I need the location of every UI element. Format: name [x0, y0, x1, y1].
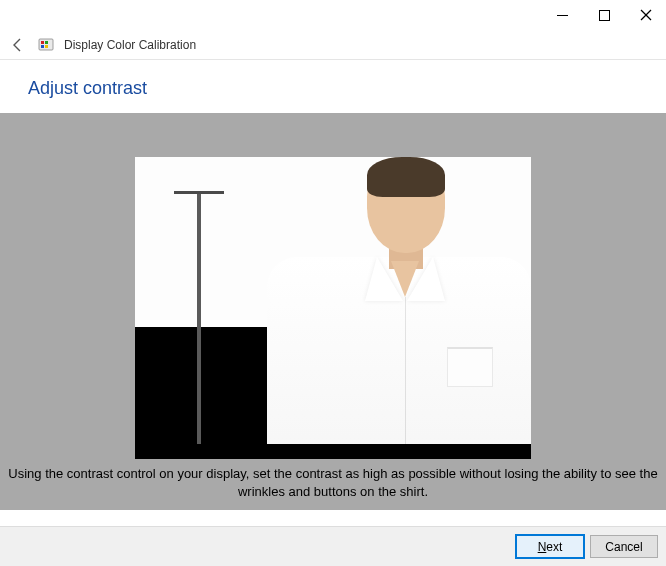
footer-bar: Next Cancel: [0, 526, 666, 566]
next-button[interactable]: Next: [516, 535, 584, 558]
page-heading: Adjust contrast: [28, 78, 638, 99]
svg-rect-8: [45, 45, 48, 48]
next-label-mnemonic: N: [538, 540, 547, 554]
svg-rect-1: [599, 10, 609, 20]
svg-rect-4: [39, 39, 53, 50]
app-icon: [38, 37, 54, 53]
svg-rect-5: [41, 41, 44, 44]
cancel-button[interactable]: Cancel: [590, 535, 658, 558]
minimize-button[interactable]: [550, 3, 574, 27]
instruction-text: Using the contrast control on your displ…: [0, 459, 666, 510]
contrast-test-image: [135, 157, 531, 459]
next-label-suffix: ext: [546, 540, 562, 554]
close-button[interactable]: [634, 3, 658, 27]
content-area: Using the contrast control on your displ…: [0, 113, 666, 510]
window-titlebar: [0, 0, 666, 30]
window-title: Display Color Calibration: [64, 38, 196, 52]
cancel-label: Cancel: [605, 540, 642, 554]
maximize-button[interactable]: [592, 3, 616, 27]
header-bar: Display Color Calibration: [0, 30, 666, 60]
back-button[interactable]: [8, 35, 28, 55]
svg-rect-7: [41, 45, 44, 48]
heading-area: Adjust contrast: [0, 60, 666, 113]
svg-rect-6: [45, 41, 48, 44]
